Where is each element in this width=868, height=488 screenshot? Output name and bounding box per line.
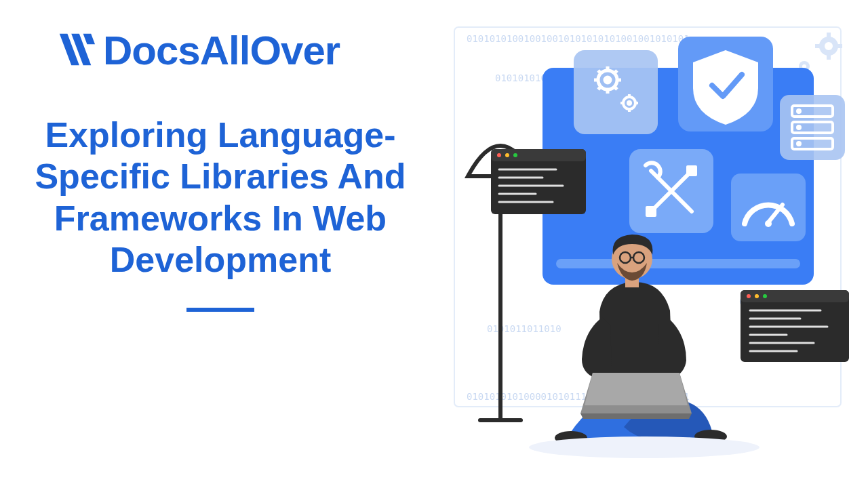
svg-point-10 (825, 42, 833, 50)
brand-mark-icon (54, 28, 96, 73)
svg-line-30 (614, 86, 617, 89)
svg-rect-11 (827, 33, 831, 38)
svg-rect-12 (827, 54, 831, 60)
svg-point-57 (497, 153, 501, 157)
hero-illustration: 010101010010010010101010101001001010101 … (420, 0, 868, 488)
gauge-tile-icon (731, 174, 806, 241)
svg-point-69 (763, 294, 767, 298)
code-window-left-icon (491, 149, 586, 214)
svg-marker-86 (585, 373, 688, 405)
svg-point-34 (628, 102, 631, 104)
svg-rect-14 (837, 44, 842, 48)
svg-point-88 (529, 436, 760, 458)
page-title: Exploring Language-Specific Libraries An… (34, 115, 407, 281)
svg-marker-2 (83, 33, 95, 44)
code-window-right-icon (741, 290, 849, 362)
svg-line-31 (598, 86, 601, 89)
svg-rect-50 (686, 165, 697, 176)
svg-point-59 (513, 153, 517, 157)
laptop-icon (580, 373, 692, 419)
svg-point-44 (797, 110, 800, 113)
svg-point-68 (755, 294, 759, 298)
shield-tile-icon (678, 37, 773, 131)
svg-marker-87 (580, 413, 692, 419)
svg-line-29 (598, 70, 601, 74)
svg-point-54 (765, 220, 772, 227)
brand-name: DocsAllOver (103, 27, 340, 74)
tools-tile-icon (629, 149, 713, 233)
svg-point-45 (797, 126, 800, 129)
svg-line-32 (614, 70, 617, 74)
svg-text:010101010010010010101010101001: 010101010010010010101010101001001010101 (467, 33, 690, 44)
svg-point-67 (747, 294, 751, 298)
brand-logo: DocsAllOver (54, 27, 340, 74)
svg-rect-51 (646, 206, 656, 217)
svg-point-24 (605, 77, 610, 83)
title-underline (186, 308, 254, 312)
server-tile-icon (780, 95, 845, 160)
svg-point-58 (505, 153, 509, 157)
svg-text:0101011011010: 0101011011010 (487, 323, 561, 334)
svg-rect-13 (815, 44, 821, 48)
svg-rect-21 (556, 259, 800, 268)
gears-tile-icon (574, 50, 658, 134)
svg-rect-22 (574, 50, 658, 134)
svg-point-46 (797, 142, 800, 145)
